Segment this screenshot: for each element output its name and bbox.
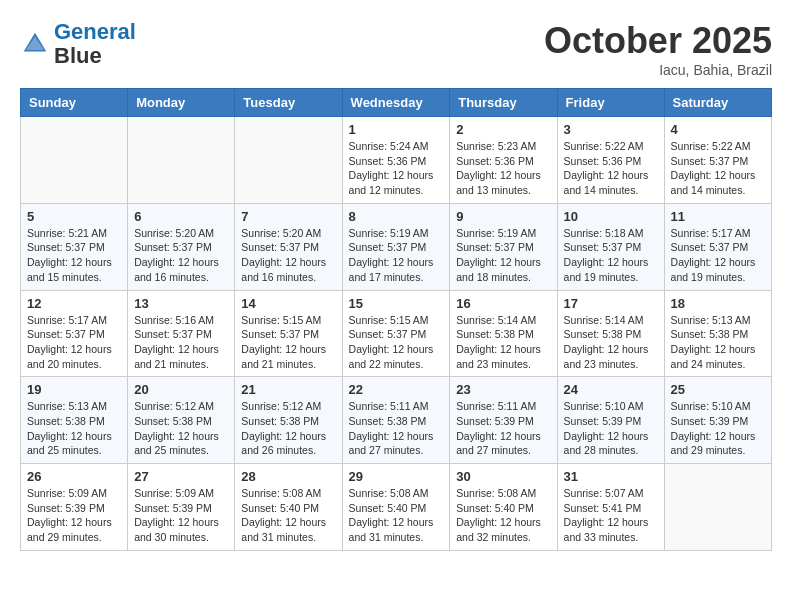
- day-header-thursday: Thursday: [450, 89, 557, 117]
- logo: General Blue: [20, 20, 136, 68]
- day-info: Sunrise: 5:22 AM Sunset: 5:37 PM Dayligh…: [671, 139, 765, 198]
- day-number: 15: [349, 296, 444, 311]
- calendar-week-row: 5Sunrise: 5:21 AM Sunset: 5:37 PM Daylig…: [21, 203, 772, 290]
- calendar-cell: 29Sunrise: 5:08 AM Sunset: 5:40 PM Dayli…: [342, 464, 450, 551]
- calendar-header-row: SundayMondayTuesdayWednesdayThursdayFrid…: [21, 89, 772, 117]
- calendar-cell: 26Sunrise: 5:09 AM Sunset: 5:39 PM Dayli…: [21, 464, 128, 551]
- calendar-cell: 19Sunrise: 5:13 AM Sunset: 5:38 PM Dayli…: [21, 377, 128, 464]
- day-header-tuesday: Tuesday: [235, 89, 342, 117]
- day-info: Sunrise: 5:07 AM Sunset: 5:41 PM Dayligh…: [564, 486, 658, 545]
- day-number: 12: [27, 296, 121, 311]
- day-number: 6: [134, 209, 228, 224]
- day-number: 7: [241, 209, 335, 224]
- day-number: 8: [349, 209, 444, 224]
- calendar-cell: [664, 464, 771, 551]
- day-number: 14: [241, 296, 335, 311]
- day-info: Sunrise: 5:10 AM Sunset: 5:39 PM Dayligh…: [564, 399, 658, 458]
- calendar-cell: 21Sunrise: 5:12 AM Sunset: 5:38 PM Dayli…: [235, 377, 342, 464]
- day-info: Sunrise: 5:20 AM Sunset: 5:37 PM Dayligh…: [134, 226, 228, 285]
- day-info: Sunrise: 5:08 AM Sunset: 5:40 PM Dayligh…: [349, 486, 444, 545]
- day-info: Sunrise: 5:12 AM Sunset: 5:38 PM Dayligh…: [241, 399, 335, 458]
- calendar-cell: 27Sunrise: 5:09 AM Sunset: 5:39 PM Dayli…: [128, 464, 235, 551]
- calendar-cell: 2Sunrise: 5:23 AM Sunset: 5:36 PM Daylig…: [450, 117, 557, 204]
- day-info: Sunrise: 5:19 AM Sunset: 5:37 PM Dayligh…: [349, 226, 444, 285]
- calendar-cell: 7Sunrise: 5:20 AM Sunset: 5:37 PM Daylig…: [235, 203, 342, 290]
- calendar-cell: 13Sunrise: 5:16 AM Sunset: 5:37 PM Dayli…: [128, 290, 235, 377]
- calendar-cell: 16Sunrise: 5:14 AM Sunset: 5:38 PM Dayli…: [450, 290, 557, 377]
- day-info: Sunrise: 5:12 AM Sunset: 5:38 PM Dayligh…: [134, 399, 228, 458]
- calendar-week-row: 1Sunrise: 5:24 AM Sunset: 5:36 PM Daylig…: [21, 117, 772, 204]
- day-info: Sunrise: 5:11 AM Sunset: 5:38 PM Dayligh…: [349, 399, 444, 458]
- day-number: 27: [134, 469, 228, 484]
- day-header-friday: Friday: [557, 89, 664, 117]
- calendar-cell: 18Sunrise: 5:13 AM Sunset: 5:38 PM Dayli…: [664, 290, 771, 377]
- day-number: 21: [241, 382, 335, 397]
- calendar-cell: 25Sunrise: 5:10 AM Sunset: 5:39 PM Dayli…: [664, 377, 771, 464]
- logo-text: General Blue: [54, 20, 136, 68]
- calendar-week-row: 26Sunrise: 5:09 AM Sunset: 5:39 PM Dayli…: [21, 464, 772, 551]
- day-info: Sunrise: 5:09 AM Sunset: 5:39 PM Dayligh…: [134, 486, 228, 545]
- calendar-cell: [235, 117, 342, 204]
- calendar-week-row: 19Sunrise: 5:13 AM Sunset: 5:38 PM Dayli…: [21, 377, 772, 464]
- calendar-cell: 5Sunrise: 5:21 AM Sunset: 5:37 PM Daylig…: [21, 203, 128, 290]
- logo-icon: [20, 29, 50, 59]
- day-info: Sunrise: 5:15 AM Sunset: 5:37 PM Dayligh…: [241, 313, 335, 372]
- calendar-cell: 24Sunrise: 5:10 AM Sunset: 5:39 PM Dayli…: [557, 377, 664, 464]
- day-number: 2: [456, 122, 550, 137]
- day-number: 22: [349, 382, 444, 397]
- day-number: 20: [134, 382, 228, 397]
- title-block: October 2025 Iacu, Bahia, Brazil: [544, 20, 772, 78]
- calendar-cell: 17Sunrise: 5:14 AM Sunset: 5:38 PM Dayli…: [557, 290, 664, 377]
- day-info: Sunrise: 5:21 AM Sunset: 5:37 PM Dayligh…: [27, 226, 121, 285]
- day-number: 23: [456, 382, 550, 397]
- day-info: Sunrise: 5:16 AM Sunset: 5:37 PM Dayligh…: [134, 313, 228, 372]
- day-header-sunday: Sunday: [21, 89, 128, 117]
- day-number: 10: [564, 209, 658, 224]
- day-info: Sunrise: 5:17 AM Sunset: 5:37 PM Dayligh…: [671, 226, 765, 285]
- day-info: Sunrise: 5:13 AM Sunset: 5:38 PM Dayligh…: [671, 313, 765, 372]
- day-number: 26: [27, 469, 121, 484]
- calendar-cell: 15Sunrise: 5:15 AM Sunset: 5:37 PM Dayli…: [342, 290, 450, 377]
- day-number: 16: [456, 296, 550, 311]
- day-number: 11: [671, 209, 765, 224]
- calendar-cell: 28Sunrise: 5:08 AM Sunset: 5:40 PM Dayli…: [235, 464, 342, 551]
- day-info: Sunrise: 5:19 AM Sunset: 5:37 PM Dayligh…: [456, 226, 550, 285]
- calendar-cell: 10Sunrise: 5:18 AM Sunset: 5:37 PM Dayli…: [557, 203, 664, 290]
- day-info: Sunrise: 5:22 AM Sunset: 5:36 PM Dayligh…: [564, 139, 658, 198]
- calendar-cell: [21, 117, 128, 204]
- day-number: 18: [671, 296, 765, 311]
- day-number: 1: [349, 122, 444, 137]
- calendar-cell: 9Sunrise: 5:19 AM Sunset: 5:37 PM Daylig…: [450, 203, 557, 290]
- day-info: Sunrise: 5:20 AM Sunset: 5:37 PM Dayligh…: [241, 226, 335, 285]
- day-info: Sunrise: 5:14 AM Sunset: 5:38 PM Dayligh…: [564, 313, 658, 372]
- calendar-cell: 4Sunrise: 5:22 AM Sunset: 5:37 PM Daylig…: [664, 117, 771, 204]
- calendar-cell: 1Sunrise: 5:24 AM Sunset: 5:36 PM Daylig…: [342, 117, 450, 204]
- day-info: Sunrise: 5:10 AM Sunset: 5:39 PM Dayligh…: [671, 399, 765, 458]
- calendar-cell: 14Sunrise: 5:15 AM Sunset: 5:37 PM Dayli…: [235, 290, 342, 377]
- calendar-cell: 23Sunrise: 5:11 AM Sunset: 5:39 PM Dayli…: [450, 377, 557, 464]
- day-number: 29: [349, 469, 444, 484]
- day-header-saturday: Saturday: [664, 89, 771, 117]
- day-number: 24: [564, 382, 658, 397]
- day-info: Sunrise: 5:24 AM Sunset: 5:36 PM Dayligh…: [349, 139, 444, 198]
- day-number: 13: [134, 296, 228, 311]
- day-info: Sunrise: 5:18 AM Sunset: 5:37 PM Dayligh…: [564, 226, 658, 285]
- day-number: 3: [564, 122, 658, 137]
- page-header: General Blue October 2025 Iacu, Bahia, B…: [20, 20, 772, 78]
- month-title: October 2025: [544, 20, 772, 62]
- day-number: 19: [27, 382, 121, 397]
- day-info: Sunrise: 5:11 AM Sunset: 5:39 PM Dayligh…: [456, 399, 550, 458]
- day-info: Sunrise: 5:23 AM Sunset: 5:36 PM Dayligh…: [456, 139, 550, 198]
- day-number: 9: [456, 209, 550, 224]
- day-info: Sunrise: 5:14 AM Sunset: 5:38 PM Dayligh…: [456, 313, 550, 372]
- calendar-table: SundayMondayTuesdayWednesdayThursdayFrid…: [20, 88, 772, 551]
- calendar-cell: 20Sunrise: 5:12 AM Sunset: 5:38 PM Dayli…: [128, 377, 235, 464]
- calendar-cell: [128, 117, 235, 204]
- calendar-cell: 11Sunrise: 5:17 AM Sunset: 5:37 PM Dayli…: [664, 203, 771, 290]
- day-header-wednesday: Wednesday: [342, 89, 450, 117]
- day-info: Sunrise: 5:08 AM Sunset: 5:40 PM Dayligh…: [456, 486, 550, 545]
- day-number: 4: [671, 122, 765, 137]
- day-info: Sunrise: 5:15 AM Sunset: 5:37 PM Dayligh…: [349, 313, 444, 372]
- day-number: 17: [564, 296, 658, 311]
- calendar-cell: 30Sunrise: 5:08 AM Sunset: 5:40 PM Dayli…: [450, 464, 557, 551]
